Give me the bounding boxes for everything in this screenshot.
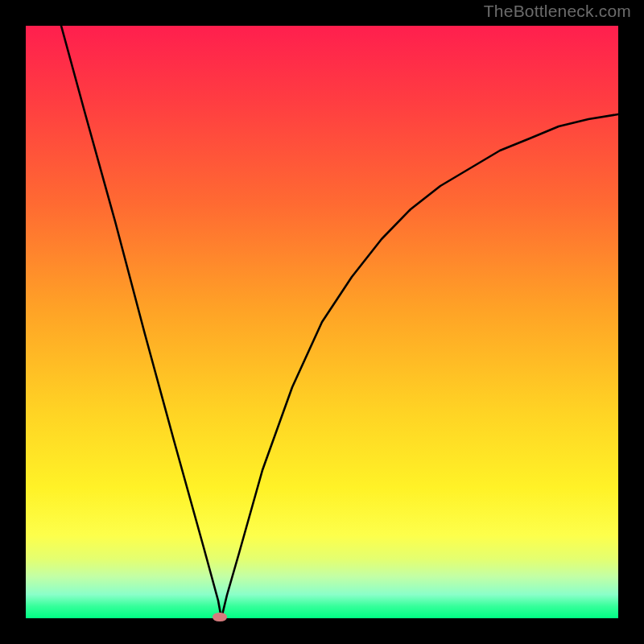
plot-area xyxy=(26,26,618,618)
curve-layer xyxy=(26,26,618,618)
bottleneck-curve xyxy=(61,26,618,618)
minimum-marker xyxy=(213,613,227,621)
chart-frame: TheBottleneck.com xyxy=(0,0,644,644)
watermark-text: TheBottleneck.com xyxy=(484,2,631,21)
